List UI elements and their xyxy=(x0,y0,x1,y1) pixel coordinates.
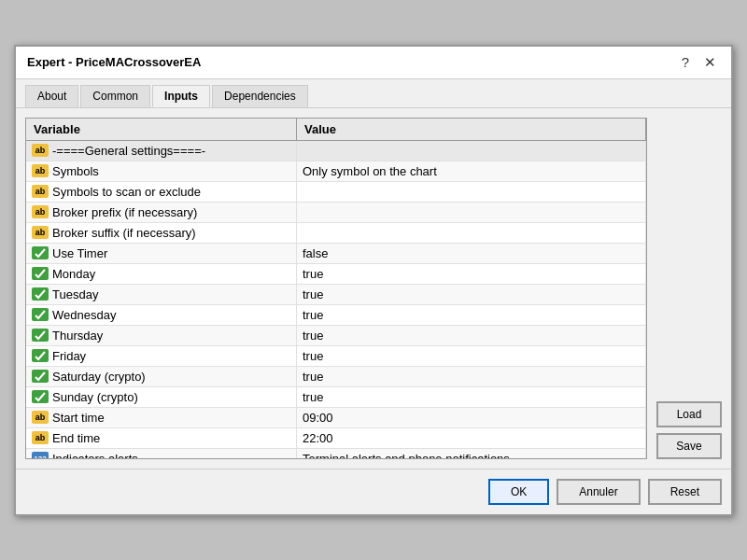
variable-cell: Thursday xyxy=(26,326,297,345)
footer: OK Annuler Reset xyxy=(16,469,731,514)
type-badge: ab xyxy=(32,164,49,177)
value-cell: Only symbol on the chart xyxy=(297,161,646,181)
variable-cell: 123Indicators alerts xyxy=(26,449,297,458)
variable-name: Thursday xyxy=(52,329,103,343)
value-cell xyxy=(297,223,646,243)
type-badge xyxy=(32,349,49,362)
variable-cell: Use Timer xyxy=(26,244,297,263)
type-badge: ab xyxy=(32,185,49,198)
tab-about[interactable]: About xyxy=(25,85,78,107)
value-cell: true xyxy=(297,367,646,386)
col-variable-header: Variable xyxy=(26,119,297,140)
type-badge xyxy=(32,308,49,321)
table-row[interactable]: abBroker prefix (if necessary) xyxy=(26,203,646,223)
type-badge: ab xyxy=(32,431,49,444)
value-cell: 09:00 xyxy=(297,408,646,427)
tab-bar: AboutCommonInputsDependencies xyxy=(16,79,731,108)
variable-cell: abBroker suffix (if necessary) xyxy=(26,223,297,243)
table-row[interactable]: abStart time09:00 xyxy=(26,408,646,428)
variable-cell: abSymbols xyxy=(26,161,297,181)
title-bar: Expert - PriceMACrossoverEA ? ✕ xyxy=(16,47,731,79)
table-row[interactable]: Tuesdaytrue xyxy=(26,285,646,305)
variable-name: Broker suffix (if necessary) xyxy=(52,226,196,240)
table-row[interactable]: Saturday (crypto)true xyxy=(26,367,646,387)
table-row[interactable]: Thursdaytrue xyxy=(26,326,646,346)
type-badge: ab xyxy=(32,226,49,239)
value-cell: false xyxy=(297,244,646,263)
variable-name: End time xyxy=(52,431,100,445)
type-badge xyxy=(32,267,49,280)
variable-name: Friday xyxy=(52,349,86,363)
close-button[interactable]: ✕ xyxy=(700,54,720,71)
variable-cell: Friday xyxy=(26,346,297,366)
col-value-header: Value xyxy=(297,119,646,140)
type-badge: 123 xyxy=(32,452,49,458)
save-button[interactable]: Save xyxy=(656,433,722,459)
main-window: Expert - PriceMACrossoverEA ? ✕ AboutCom… xyxy=(14,45,733,516)
value-cell: true xyxy=(297,346,646,366)
variable-cell: Saturday (crypto) xyxy=(26,367,297,386)
type-badge xyxy=(32,287,49,301)
value-cell xyxy=(297,203,646,222)
table-row[interactable]: abSymbolsOnly symbol on the chart xyxy=(26,161,646,182)
variable-name: Saturday (crypto) xyxy=(52,370,146,384)
window-title: Expert - PriceMACrossoverEA xyxy=(27,55,201,69)
title-controls: ? ✕ xyxy=(678,54,720,71)
table-header: Variable Value xyxy=(26,119,646,141)
type-badge: ab xyxy=(32,144,49,157)
tab-common[interactable]: Common xyxy=(80,85,150,107)
ok-button[interactable]: OK xyxy=(488,479,549,505)
variable-cell: Tuesday xyxy=(26,285,297,304)
value-cell: true xyxy=(297,387,646,407)
table-row[interactable]: Fridaytrue xyxy=(26,346,646,367)
table-row[interactable]: Use Timerfalse xyxy=(26,244,646,264)
table-row[interactable]: Wednesdaytrue xyxy=(26,305,646,326)
value-cell: true xyxy=(297,305,646,325)
table-row[interactable]: ab-====General settings====- xyxy=(26,141,646,161)
load-button[interactable]: Load xyxy=(656,401,722,427)
tab-inputs[interactable]: Inputs xyxy=(152,85,210,107)
variables-table: Variable Value ab-====General settings==… xyxy=(25,118,647,459)
variable-cell: Monday xyxy=(26,264,297,284)
variable-name: Indicators alerts xyxy=(52,452,138,458)
table-row[interactable]: abEnd time22:00 xyxy=(26,428,646,449)
table-scroll-area[interactable]: ab-====General settings====-abSymbolsOnl… xyxy=(26,141,646,458)
tab-dependencies[interactable]: Dependencies xyxy=(212,85,308,107)
side-buttons: Load Save xyxy=(656,118,722,459)
annuler-button[interactable]: Annuler xyxy=(557,479,640,505)
value-cell: true xyxy=(297,264,646,284)
variable-name: -====General settings====- xyxy=(52,144,205,158)
variable-name: Symbols xyxy=(52,164,99,178)
type-badge xyxy=(32,390,49,403)
variable-cell: Sunday (crypto) xyxy=(26,387,297,407)
variable-cell: abBroker prefix (if necessary) xyxy=(26,203,297,222)
variable-cell: abSymbols to scan or exclude xyxy=(26,182,297,202)
table-row[interactable]: Sunday (crypto)true xyxy=(26,387,646,408)
variable-cell: Wednesday xyxy=(26,305,297,325)
variable-name: Monday xyxy=(52,267,95,281)
type-badge xyxy=(32,370,49,383)
table-row[interactable]: Mondaytrue xyxy=(26,264,646,285)
variable-name: Symbols to scan or exclude xyxy=(52,185,201,199)
type-badge: ab xyxy=(32,411,49,424)
type-badge xyxy=(32,329,49,342)
variable-cell: abStart time xyxy=(26,408,297,427)
variable-name: Use Timer xyxy=(52,246,107,260)
table-row[interactable]: abSymbols to scan or exclude xyxy=(26,182,646,203)
value-cell: true xyxy=(297,285,646,304)
variable-name: Wednesday xyxy=(52,308,116,322)
variable-cell: abEnd time xyxy=(26,428,297,448)
variable-name: Broker prefix (if necessary) xyxy=(52,205,197,219)
value-cell: true xyxy=(297,326,646,345)
type-badge xyxy=(32,246,49,259)
reset-button[interactable]: Reset xyxy=(648,479,722,505)
value-cell xyxy=(297,182,646,202)
variable-name: Tuesday xyxy=(52,287,98,301)
table-row[interactable]: 123Indicators alertsTerminal alerts and … xyxy=(26,449,646,458)
value-cell: Terminal alerts and phone notifications xyxy=(297,449,646,458)
type-badge: ab xyxy=(32,205,49,218)
table-row[interactable]: abBroker suffix (if necessary) xyxy=(26,223,646,244)
variable-name: Sunday (crypto) xyxy=(52,390,138,404)
value-cell xyxy=(297,141,646,161)
help-button[interactable]: ? xyxy=(678,54,693,71)
